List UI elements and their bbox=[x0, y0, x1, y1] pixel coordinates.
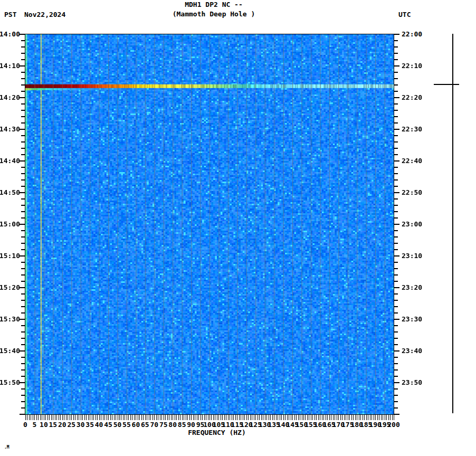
x-axis-tick bbox=[99, 415, 100, 420]
x-axis-tick bbox=[222, 415, 223, 420]
x-axis-tick bbox=[176, 415, 177, 420]
x-axis-tick bbox=[246, 415, 247, 420]
x-axis-tick bbox=[160, 415, 160, 420]
x-axis-tick bbox=[110, 415, 111, 420]
x-axis-tick bbox=[296, 415, 297, 420]
y-axis-right-tick bbox=[394, 331, 398, 332]
x-axis-tick bbox=[326, 415, 326, 420]
x-axis-tick bbox=[318, 415, 319, 420]
x-axis-tick bbox=[349, 415, 350, 420]
x-axis-tick bbox=[269, 415, 269, 420]
y-axis-right-tick bbox=[394, 274, 398, 276]
x-axis-tick bbox=[75, 415, 75, 420]
x-axis-tick bbox=[31, 415, 31, 420]
y-axis-right-tick bbox=[394, 46, 398, 48]
x-axis-tick bbox=[82, 415, 83, 420]
x-axis-tick bbox=[381, 415, 382, 420]
y-axis-right-label: 22:30 bbox=[402, 125, 422, 134]
x-axis-tick bbox=[47, 415, 48, 420]
x-axis-tick bbox=[385, 415, 385, 420]
y-axis-left-tick bbox=[21, 376, 25, 377]
x-axis-tick bbox=[255, 415, 256, 420]
x-axis-tick bbox=[204, 415, 205, 420]
y-axis-left-tick bbox=[21, 135, 25, 136]
x-axis-tick bbox=[201, 415, 201, 420]
x-axis-tick-label: 0 bbox=[23, 421, 27, 429]
x-axis-tick bbox=[147, 415, 147, 420]
x-axis-tick-label: 20 bbox=[58, 421, 66, 429]
x-axis-tick-label: 25 bbox=[67, 421, 75, 429]
x-axis-tick bbox=[363, 415, 363, 420]
y-axis-left-tick bbox=[21, 40, 25, 41]
y-axis-right-tick bbox=[394, 306, 398, 307]
x-axis-tick bbox=[292, 415, 293, 420]
y-axis-left-tick bbox=[21, 154, 25, 155]
x-axis-tick bbox=[125, 415, 125, 420]
y-axis-left-tick bbox=[21, 338, 25, 339]
x-axis-tick bbox=[351, 415, 352, 420]
x-axis-tick-label: 45 bbox=[104, 421, 112, 429]
y-axis-right-tick bbox=[394, 91, 398, 92]
x-axis-tick bbox=[280, 415, 280, 420]
x-axis-tick bbox=[84, 415, 85, 420]
x-axis-tick bbox=[248, 415, 249, 420]
y-axis-right-tick bbox=[394, 179, 398, 180]
y-axis-left-tick bbox=[21, 110, 25, 111]
x-axis-tick bbox=[218, 415, 219, 420]
x-axis-tick bbox=[93, 415, 94, 420]
x-axis-tick bbox=[173, 415, 173, 420]
spectrogram-page: PST Nov22,2024 MDH1 DP2 NC -- (Mammoth D… bbox=[0, 0, 476, 456]
y-axis-right-tick bbox=[394, 262, 398, 263]
x-axis-tick bbox=[259, 415, 260, 420]
y-axis-left-tick bbox=[20, 129, 25, 130]
x-axis-tick bbox=[121, 415, 121, 420]
x-axis-tick bbox=[388, 415, 389, 420]
x-axis-tick bbox=[309, 415, 309, 420]
y-axis-right-tick bbox=[394, 268, 398, 269]
y-axis-left-tick bbox=[21, 78, 25, 79]
x-axis-tick-label: 85 bbox=[178, 421, 186, 429]
y-axis-right-tick bbox=[394, 53, 398, 54]
x-axis-tick bbox=[107, 415, 107, 420]
x-axis-tick bbox=[379, 415, 379, 420]
x-axis-tick bbox=[364, 415, 365, 420]
x-axis-tick bbox=[366, 415, 367, 420]
x-axis-tick bbox=[53, 415, 53, 420]
x-axis-tick-label: 70 bbox=[150, 421, 158, 429]
x-axis-tick bbox=[45, 415, 46, 420]
y-axis-left-tick bbox=[21, 167, 25, 168]
x-axis-tick bbox=[206, 415, 206, 420]
y-axis-left-tick bbox=[20, 192, 25, 193]
x-axis-tick bbox=[70, 415, 70, 420]
y-axis-left-label: 15:30 bbox=[0, 315, 20, 324]
y-axis-right-tick bbox=[394, 325, 398, 326]
x-axis-tick bbox=[217, 415, 217, 420]
y-axis-right-tick bbox=[394, 363, 398, 364]
y-axis-right-tick bbox=[394, 312, 398, 314]
y-axis-right-tick bbox=[394, 369, 398, 370]
y-axis-left-tick bbox=[21, 173, 25, 174]
x-axis-tick bbox=[215, 415, 215, 420]
x-axis-tick bbox=[357, 415, 357, 420]
x-axis-tick-label: 50 bbox=[113, 421, 122, 429]
x-axis-tick bbox=[359, 415, 359, 420]
y-axis-left-tick bbox=[21, 198, 25, 200]
x-axis-tick bbox=[178, 415, 179, 420]
x-axis-tick bbox=[119, 415, 120, 420]
x-axis-tick bbox=[104, 415, 105, 420]
x-axis-tick bbox=[355, 415, 356, 420]
y-axis-right-tick bbox=[394, 217, 398, 218]
y-axis-left-label: 14:00 bbox=[0, 30, 20, 39]
y-axis-left-tick bbox=[21, 217, 25, 218]
y-axis-right-tick bbox=[394, 287, 399, 288]
x-axis-tick bbox=[338, 415, 339, 420]
x-axis-tick bbox=[156, 415, 157, 420]
y-axis-right-label: 22:40 bbox=[402, 157, 422, 165]
x-axis-tick bbox=[241, 415, 241, 420]
y-axis-right-tick bbox=[394, 395, 398, 396]
y-axis-right-tick bbox=[394, 350, 399, 352]
y-axis-left-tick bbox=[21, 312, 25, 314]
x-axis-tick bbox=[311, 415, 311, 420]
x-axis-tick bbox=[312, 415, 313, 420]
x-axis-tick bbox=[55, 415, 55, 420]
